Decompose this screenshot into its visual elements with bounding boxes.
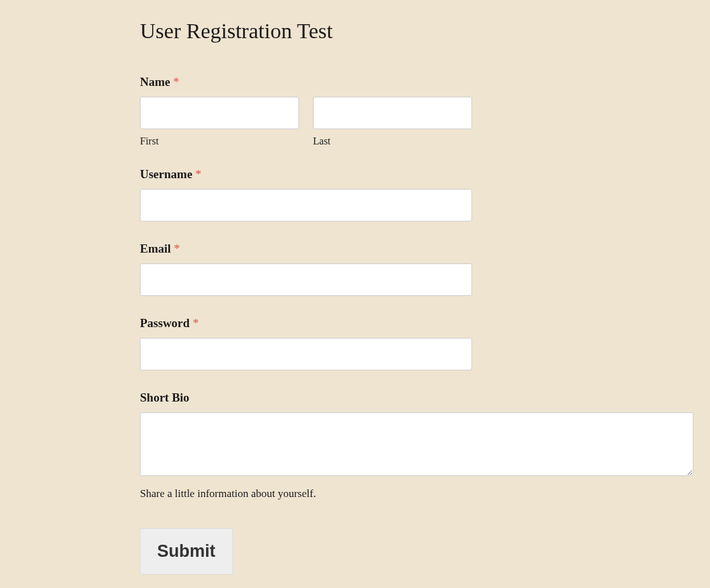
email-input[interactable] xyxy=(140,263,472,296)
username-field-group: Username * xyxy=(140,167,693,221)
first-name-sublabel: First xyxy=(140,136,299,147)
username-label: Username * xyxy=(140,167,693,181)
last-name-input[interactable] xyxy=(313,97,472,129)
bio-field-group: Short Bio Share a little information abo… xyxy=(140,391,693,500)
bio-textarea[interactable] xyxy=(140,412,693,476)
required-asterisk: * xyxy=(195,167,202,181)
name-label: Name * xyxy=(140,75,693,89)
bio-description: Share a little information about yoursel… xyxy=(140,487,693,500)
email-label: Email * xyxy=(140,242,693,256)
password-field-group: Password * xyxy=(140,316,693,370)
required-asterisk: * xyxy=(193,316,199,330)
required-asterisk: * xyxy=(174,242,180,255)
email-field-group: Email * xyxy=(140,242,693,296)
last-name-sublabel: Last xyxy=(313,136,472,147)
username-label-text: Username xyxy=(140,167,195,181)
name-field-group: Name * First Last xyxy=(140,75,693,147)
last-name-column: Last xyxy=(313,97,472,147)
required-asterisk: * xyxy=(173,75,179,88)
username-input[interactable] xyxy=(140,189,472,221)
name-row: First Last xyxy=(140,97,693,147)
password-input[interactable] xyxy=(140,338,472,370)
registration-form: User Registration Test Name * First Last… xyxy=(140,19,693,575)
name-label-text: Name xyxy=(140,75,173,88)
bio-label: Short Bio xyxy=(140,391,693,405)
first-name-column: First xyxy=(140,97,299,147)
password-label-text: Password xyxy=(140,316,193,330)
submit-button[interactable]: Submit xyxy=(140,528,233,575)
first-name-input[interactable] xyxy=(140,97,299,129)
page-title: User Registration Test xyxy=(140,19,693,43)
password-label: Password * xyxy=(140,316,693,330)
email-label-text: Email xyxy=(140,242,174,255)
